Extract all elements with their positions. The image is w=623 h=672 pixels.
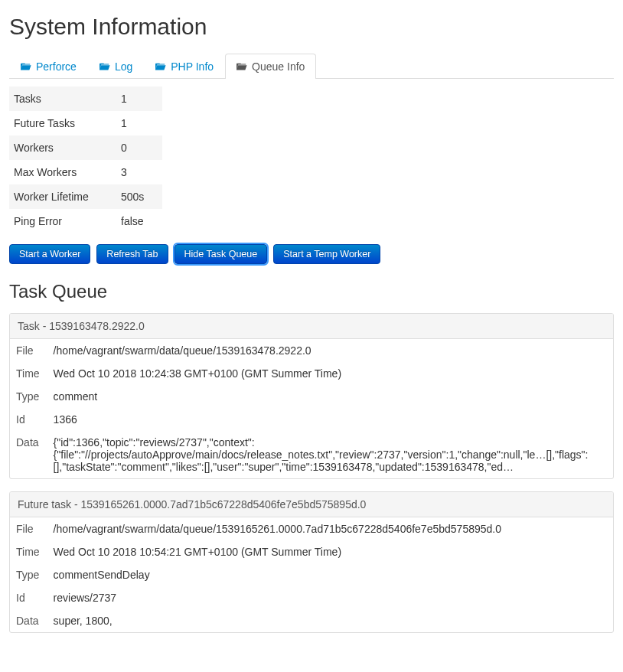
folder-open-icon: [236, 61, 247, 72]
field-value: commentSendDelay: [47, 563, 613, 586]
stat-label: Tasks: [9, 86, 116, 111]
table-row: Time Wed Oct 10 2018 10:24:38 GMT+0100 (…: [10, 362, 613, 385]
hide-task-queue-button[interactable]: Hide Task Queue: [175, 244, 268, 264]
field-label: File: [10, 517, 47, 540]
field-label: File: [10, 339, 47, 362]
stat-value: 500s: [116, 184, 162, 209]
stat-value: 1: [116, 111, 162, 135]
stats-table: Tasks 1 Future Tasks 1 Workers 0 Max Wor…: [9, 86, 162, 233]
future-task-panel-header: Future task - 1539165261.0000.7ad71b5c67…: [10, 492, 613, 517]
table-row: File /home/vagrant/swarm/data/queue/1539…: [10, 339, 613, 362]
field-label: Type: [10, 563, 47, 586]
table-row: Type commentSendDelay: [10, 563, 613, 586]
table-row: Workers 0: [9, 135, 162, 160]
page-title: System Information: [9, 14, 614, 40]
tab-label: PHP Info: [171, 60, 214, 73]
tab-log[interactable]: Log: [88, 54, 144, 79]
stat-value: 0: [116, 135, 162, 160]
field-label: Type: [10, 385, 47, 408]
field-label: Id: [10, 408, 47, 431]
tab-queue-info[interactable]: Queue Info: [225, 54, 316, 79]
table-row: Id reviews/2737: [10, 586, 613, 609]
field-value: 1366: [47, 408, 613, 431]
field-value: comment: [47, 385, 613, 408]
stat-label: Max Workers: [9, 160, 116, 184]
stat-label: Ping Error: [9, 209, 116, 233]
future-task-fields: File /home/vagrant/swarm/data/queue/1539…: [10, 517, 613, 632]
table-row: Tasks 1: [9, 86, 162, 111]
field-label: Id: [10, 586, 47, 609]
tab-label: Perforce: [36, 60, 77, 73]
field-label: Data: [10, 431, 47, 478]
stat-value: 1: [116, 86, 162, 111]
table-row: Max Workers 3: [9, 160, 162, 184]
task-panel-header: Task - 1539163478.2922.0: [10, 314, 613, 339]
table-row: Data super, 1800,: [10, 609, 613, 632]
table-row: Worker Lifetime 500s: [9, 184, 162, 209]
task-fields: File /home/vagrant/swarm/data/queue/1539…: [10, 339, 613, 478]
button-bar: Start a Worker Refresh Tab Hide Task Que…: [9, 244, 614, 264]
table-row: Data {"id":1366,"topic":"reviews/2737","…: [10, 431, 613, 478]
folder-open-icon: [155, 61, 166, 72]
stat-label: Workers: [9, 135, 116, 160]
field-value: Wed Oct 10 2018 10:24:38 GMT+0100 (GMT S…: [47, 362, 613, 385]
field-value: Wed Oct 10 2018 10:54:21 GMT+0100 (GMT S…: [47, 540, 613, 563]
refresh-tab-button[interactable]: Refresh Tab: [96, 244, 168, 264]
table-row: Time Wed Oct 10 2018 10:54:21 GMT+0100 (…: [10, 540, 613, 563]
tabs: Perforce Log PHP Info Queue Info: [9, 54, 614, 79]
tab-label: Queue Info: [252, 60, 305, 73]
table-row: Ping Error false: [9, 209, 162, 233]
start-worker-button[interactable]: Start a Worker: [9, 244, 90, 264]
field-value: super, 1800,: [47, 609, 613, 632]
stat-label: Worker Lifetime: [9, 184, 116, 209]
field-value: reviews/2737: [47, 586, 613, 609]
table-row: File /home/vagrant/swarm/data/queue/1539…: [10, 517, 613, 540]
folder-open-icon: [21, 61, 31, 72]
table-row: Id 1366: [10, 408, 613, 431]
stat-value: false: [116, 209, 162, 233]
field-label: Time: [10, 540, 47, 563]
table-row: Future Tasks 1: [9, 111, 162, 135]
start-temp-worker-button[interactable]: Start a Temp Worker: [273, 244, 380, 264]
field-value: /home/vagrant/swarm/data/queue/153916347…: [47, 339, 613, 362]
field-value: /home/vagrant/swarm/data/queue/153916526…: [47, 517, 613, 540]
task-queue-title: Task Queue: [9, 281, 614, 302]
folder-open-icon: [99, 61, 110, 72]
field-label: Time: [10, 362, 47, 385]
stat-value: 3: [116, 160, 162, 184]
task-panel: Task - 1539163478.2922.0 File /home/vagr…: [9, 313, 614, 479]
field-value: {"id":1366,"topic":"reviews/2737","conte…: [47, 431, 613, 478]
stat-label: Future Tasks: [9, 111, 116, 135]
tab-label: Log: [115, 60, 132, 73]
tab-php-info[interactable]: PHP Info: [144, 54, 225, 79]
field-label: Data: [10, 609, 47, 632]
tab-perforce[interactable]: Perforce: [9, 54, 88, 79]
table-row: Type comment: [10, 385, 613, 408]
future-task-panel: Future task - 1539165261.0000.7ad71b5c67…: [9, 491, 614, 633]
